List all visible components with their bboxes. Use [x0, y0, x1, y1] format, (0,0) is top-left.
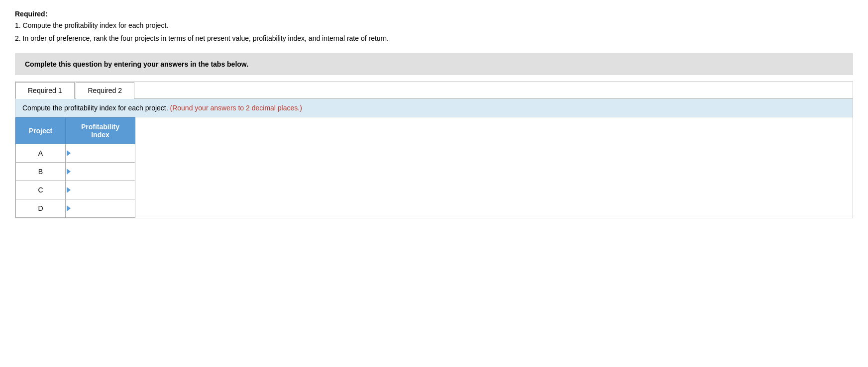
pi-input-cell-c[interactable]	[66, 181, 135, 199]
project-label-a: A	[16, 144, 66, 162]
tab-instruction-main: Compute the profitability index for each…	[22, 104, 168, 112]
input-arrow-b	[67, 169, 71, 175]
table-row: C	[16, 181, 135, 199]
tab-content: Compute the profitability index for each…	[15, 99, 853, 218]
input-arrow-d	[67, 205, 71, 211]
project-label-d: D	[16, 199, 66, 217]
pi-input-d[interactable]	[71, 199, 135, 217]
input-arrow-a	[67, 150, 71, 156]
col-project-header: Project	[16, 117, 66, 144]
table-row: B	[16, 162, 135, 181]
project-label-c: C	[16, 181, 66, 199]
profitability-table: Project Profitability Index ABCD	[15, 117, 135, 218]
tab-required-1-label: Required 1	[28, 87, 62, 94]
tab-instruction-hint: (Round your answers to 2 decimal places.…	[170, 104, 302, 112]
instruction-1: 1. Compute the profitability index for e…	[15, 20, 853, 31]
pi-input-cell-b[interactable]	[66, 162, 135, 181]
complete-banner: Complete this question by entering your …	[15, 53, 853, 75]
table-row: A	[16, 144, 135, 162]
table-row: D	[16, 199, 135, 217]
tab-required-2[interactable]: Required 2	[76, 82, 135, 99]
instructions-section: Required: 1. Compute the profitability i…	[15, 10, 853, 44]
tab-required-1[interactable]: Required 1	[15, 82, 75, 99]
complete-banner-text: Complete this question by entering your …	[25, 60, 248, 68]
instruction-2: 2. In order of preference, rank the four…	[15, 33, 853, 44]
col-pi-header: Profitability Index	[66, 117, 135, 144]
pi-input-cell-d[interactable]	[66, 199, 135, 217]
tabs-container: Required 1 Required 2 Compute the profit…	[15, 81, 853, 218]
pi-input-c[interactable]	[71, 181, 135, 199]
pi-input-b[interactable]	[71, 163, 135, 181]
instruction-bar: Compute the profitability index for each…	[15, 99, 853, 117]
input-arrow-c	[67, 187, 71, 193]
pi-input-cell-a[interactable]	[66, 144, 135, 162]
project-label-b: B	[16, 162, 66, 181]
required-header: Required:	[15, 10, 853, 18]
tabs-row: Required 1 Required 2	[15, 82, 853, 99]
page-wrapper: Required: 1. Compute the profitability i…	[15, 10, 853, 218]
pi-input-a[interactable]	[71, 144, 135, 162]
tab-required-2-label: Required 2	[88, 87, 122, 94]
